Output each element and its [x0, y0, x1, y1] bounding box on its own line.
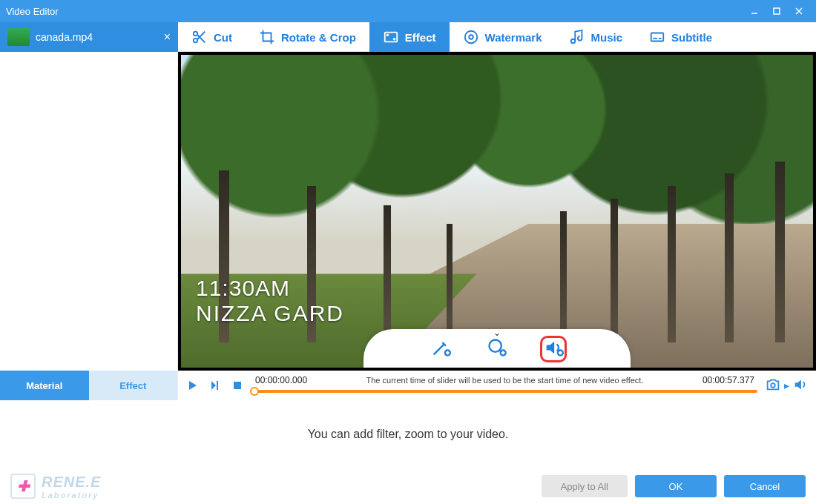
- svg-rect-8: [385, 33, 398, 42]
- sidebar-tab-material[interactable]: Material: [0, 371, 89, 400]
- effect-icon: [383, 29, 399, 45]
- bottom-area: You can add filter, zoom to your video. …: [0, 400, 816, 504]
- svg-rect-14: [651, 33, 664, 42]
- music-icon: [569, 29, 585, 45]
- sidebar: Material Effect: [0, 52, 178, 400]
- svg-marker-29: [211, 381, 216, 390]
- sidebar-tab-effect-label: Effect: [119, 380, 146, 391]
- overlay-line1: 11:30AM: [196, 276, 344, 301]
- transport-bar: 00:00:00.000 The current time of slider …: [178, 371, 816, 400]
- subtitle-icon: [649, 29, 665, 45]
- file-thumbnail: [7, 28, 30, 46]
- file-tab[interactable]: canada.mp4 ×: [0, 22, 178, 52]
- stop-button[interactable]: [230, 378, 245, 393]
- maximize-button[interactable]: [766, 0, 788, 22]
- svg-point-13: [469, 35, 473, 39]
- main-area: Material Effect 11:30AM N: [0, 52, 816, 400]
- crop-icon: [259, 29, 275, 45]
- ok-label: OK: [669, 481, 683, 492]
- close-window-button[interactable]: [788, 0, 810, 22]
- volume-button[interactable]: [792, 377, 809, 395]
- svg-point-12: [464, 31, 477, 44]
- minimize-button[interactable]: [743, 0, 766, 22]
- sidebar-tab-material-label: Material: [26, 380, 62, 391]
- svg-rect-31: [234, 382, 241, 389]
- tab-watermark[interactable]: Watermark: [450, 22, 556, 52]
- cancel-button[interactable]: Cancel: [724, 475, 806, 497]
- chevron-down-icon[interactable]: ⌄: [493, 328, 501, 338]
- stage: 11:30AM NIZZA GARD ⌄: [178, 52, 816, 400]
- tab-rotate-crop[interactable]: Rotate & Crop: [246, 22, 369, 52]
- titlebar: Video Editor: [0, 0, 816, 22]
- add-filter-button[interactable]: [427, 336, 454, 362]
- file-name: canada.mp4: [36, 31, 93, 43]
- timeline-slider[interactable]: [252, 387, 757, 396]
- slider-thumb[interactable]: [250, 387, 259, 396]
- svg-point-32: [771, 383, 775, 388]
- chevron-right-icon: ▸: [784, 379, 789, 391]
- cancel-label: Cancel: [750, 481, 780, 492]
- tab-subtitle[interactable]: Subtitle: [636, 22, 725, 52]
- video-preview[interactable]: 11:30AM NIZZA GARD ⌄: [181, 55, 813, 368]
- tab-subtitle-label: Subtitle: [671, 31, 712, 44]
- svg-marker-28: [189, 381, 197, 390]
- overlay-line2: NIZZA GARD: [196, 301, 344, 326]
- tool-tabs: Cut Rotate & Crop Effect Watermark Music: [178, 22, 816, 51]
- bottom-bar: ✚ RENE.E Laboratory Apply to All OK Canc…: [0, 468, 816, 504]
- zoom-icon: [487, 337, 507, 361]
- svg-point-9: [386, 34, 388, 36]
- timeline-hint: The current time of slider will be used …: [366, 376, 644, 385]
- tab-watermark-label: Watermark: [485, 31, 542, 44]
- tab-cut-label: Cut: [214, 31, 232, 44]
- scissors-icon: [191, 29, 208, 45]
- time-start: 00:00:00.000: [255, 375, 307, 385]
- info-text: You can add filter, zoom to your video.: [0, 400, 816, 468]
- brand-sub: Laboratory: [42, 491, 101, 500]
- wand-icon: [430, 337, 451, 361]
- sidebar-tab-effect[interactable]: Effect: [89, 371, 178, 400]
- tab-effect[interactable]: Effect: [369, 22, 450, 52]
- watermark-icon: [463, 29, 479, 45]
- tab-rotate-label: Rotate & Crop: [281, 31, 356, 44]
- svg-point-5: [194, 39, 198, 43]
- play-button[interactable]: [185, 378, 200, 393]
- effect-popover: ⌄: [363, 329, 631, 368]
- sidebar-tabs: Material Effect: [0, 371, 177, 400]
- brand-name: RENE.E: [42, 474, 101, 491]
- apply-all-label: Apply to All: [561, 481, 608, 492]
- toolbar: canada.mp4 × Cut Rotate & Crop Effect W: [0, 22, 816, 52]
- ok-button[interactable]: OK: [635, 475, 717, 497]
- sidebar-body: [0, 52, 177, 371]
- brand-logo: ✚ RENE.E Laboratory: [10, 474, 101, 500]
- window-title: Video Editor: [6, 6, 59, 17]
- svg-rect-1: [774, 8, 780, 14]
- tab-effect-label: Effect: [405, 31, 436, 44]
- add-zoom-button[interactable]: [484, 336, 510, 362]
- svg-point-20: [490, 340, 501, 352]
- file-close-icon[interactable]: ×: [164, 30, 171, 44]
- apply-all-button[interactable]: Apply to All: [542, 475, 628, 497]
- speaker-icon: [543, 337, 564, 361]
- tab-music[interactable]: Music: [556, 22, 636, 52]
- svg-rect-30: [217, 381, 218, 390]
- svg-point-10: [394, 39, 395, 40]
- next-frame-button[interactable]: [208, 378, 223, 393]
- time-end: 00:00:57.377: [703, 375, 754, 385]
- snapshot-button[interactable]: [765, 377, 781, 395]
- tab-music-label: Music: [591, 31, 623, 44]
- brand-cross-icon: ✚: [10, 474, 36, 499]
- add-audio-button[interactable]: [540, 336, 567, 362]
- video-text-overlay: 11:30AM NIZZA GARD: [196, 276, 344, 326]
- svg-point-4: [194, 32, 198, 36]
- tab-cut[interactable]: Cut: [178, 22, 246, 52]
